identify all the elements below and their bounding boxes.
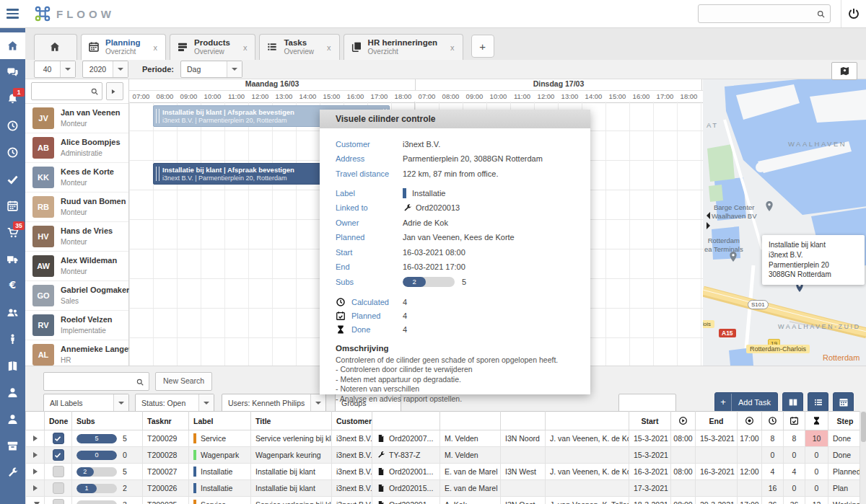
tab-close-button[interactable]: x — [325, 42, 333, 53]
view-list-button[interactable] — [808, 392, 828, 412]
sidebar-item-home[interactable] — [0, 32, 25, 59]
linked-doc-cell[interactable]: TY-837-Z — [372, 447, 440, 464]
row-expander[interactable] — [26, 480, 45, 497]
column-header-blank[interactable] — [440, 412, 501, 430]
column-header-clock[interactable] — [762, 412, 784, 430]
sidebar-item-contacts[interactable] — [0, 406, 25, 433]
row-expander[interactable] — [26, 497, 45, 504]
sidebar-item-settings[interactable] — [0, 459, 25, 486]
sidebar-item-time-overview[interactable] — [0, 139, 25, 166]
column-header-hourglass[interactable] — [805, 412, 828, 430]
tab-planning[interactable]: PlanningOverzichtx — [81, 34, 166, 60]
column-header-done[interactable]: Done — [45, 412, 72, 430]
column-header-start[interactable]: Start — [629, 412, 671, 430]
employee-row-roelof-velzen[interactable]: RVRoelof VelzenImplementatie — [25, 311, 128, 340]
task-row-T200026[interactable]: 12T200026InstallatieInstallatie bij klan… — [26, 480, 862, 497]
column-header-play-circle[interactable] — [671, 412, 696, 430]
table-scrollbar[interactable] — [860, 411, 866, 504]
row-expander[interactable] — [26, 447, 45, 464]
new-search-button[interactable]: New Search — [155, 372, 212, 391]
week-select[interactable]: 40 — [34, 61, 76, 78]
labels-filter-select[interactable]: All Labels — [43, 394, 129, 412]
done-checkbox[interactable] — [53, 449, 64, 461]
column-header-tasknr[interactable]: Tasknr — [143, 412, 189, 430]
done-checkbox[interactable] — [53, 466, 64, 477]
column-header-title[interactable]: Title — [251, 412, 332, 430]
sidebar-item-customers[interactable] — [0, 379, 25, 406]
tab-hr-herinneringen[interactable]: HR herinneringenOverzichtx — [344, 34, 463, 60]
sidebar-item-fleet[interactable] — [0, 246, 25, 273]
linked-doc-cell[interactable]: Ord202015... — [372, 480, 440, 497]
task-search-input[interactable] — [44, 377, 136, 386]
row-expander[interactable] — [26, 464, 45, 480]
sidebar-item-time-registration[interactable] — [0, 112, 25, 139]
done-checkbox[interactable] — [53, 482, 64, 494]
linked-doc-cell[interactable]: Ord202091... — [372, 497, 440, 504]
sidebar-item-teams[interactable] — [0, 299, 25, 326]
status-filter-select[interactable]: Status: Open — [135, 394, 214, 412]
map-pin-terminals[interactable] — [727, 251, 738, 262]
sidebar-item-catalog[interactable] — [0, 353, 25, 379]
map-collapse-handles[interactable] — [703, 212, 714, 229]
employee-row-ruud-van-bomen[interactable]: RBRuud van BomenMonteur — [25, 193, 128, 222]
sidebar-item-orders[interactable]: 35 — [0, 219, 25, 246]
employee-row-alex-wildeman[interactable]: AWAlex WildemanMonteur — [25, 252, 128, 281]
toggle-map-button[interactable] — [831, 62, 857, 80]
period-select[interactable]: Dag — [180, 61, 242, 78]
task-row-T200029[interactable]: 55T200029ServiceService verlening bij kl… — [26, 430, 862, 447]
users-filter-select[interactable]: Users: Kenneth Philips — [222, 394, 326, 412]
sidebar-item-finance[interactable]: € — [0, 273, 25, 299]
employee-row-jan-van-veenen[interactable]: JVJan van VeenenMonteur — [25, 104, 128, 133]
sidebar-item-messages[interactable] — [0, 59, 25, 86]
column-header-blank[interactable] — [26, 412, 45, 430]
sidebar-item-hr[interactable] — [0, 326, 25, 353]
column-header-end[interactable]: End — [696, 412, 738, 430]
done-checkbox-cell[interactable] — [45, 497, 72, 504]
row-expander[interactable] — [26, 430, 45, 447]
view-columns-button[interactable] — [782, 392, 803, 412]
employee-row-hans-de-vries[interactable]: HVHans de VriesMonteur — [25, 222, 128, 252]
employee-search-input[interactable] — [32, 87, 90, 96]
task-row-T200028[interactable]: 00T200028WagenparkWagenpark keuringi3nex… — [26, 447, 862, 464]
linked-doc-cell[interactable]: Ord202001... — [372, 464, 440, 480]
sidebar-item-planning[interactable] — [0, 193, 25, 219]
done-checkbox[interactable] — [53, 433, 64, 444]
map[interactable]: WAALHAVEN WAALHAVEN-ZUID AT Barge Center… — [703, 79, 866, 366]
tab-close-button[interactable]: x — [242, 42, 249, 53]
done-checkbox-cell[interactable] — [45, 480, 72, 497]
column-header-step[interactable]: Step — [828, 412, 862, 430]
done-checkbox-cell[interactable] — [45, 447, 72, 464]
hamburger-menu-icon[interactable] — [0, 0, 25, 27]
tab-home[interactable] — [34, 34, 77, 60]
global-search-input[interactable] — [699, 9, 816, 18]
sidebar-item-notifications[interactable]: 1 — [0, 86, 25, 112]
employee-row-gabriel-oogmakers[interactable]: GOGabriel OogmakersSales — [25, 281, 128, 311]
tab-close-button[interactable]: x — [152, 42, 159, 53]
column-header-customer[interactable]: Customer — [332, 412, 372, 430]
column-header-label[interactable]: Label — [189, 412, 251, 430]
done-checkbox-cell[interactable] — [45, 464, 72, 480]
add-tab-button[interactable]: + — [471, 35, 494, 58]
column-header-record-circle[interactable] — [738, 412, 762, 430]
logout-power-button[interactable] — [841, 0, 866, 27]
employee-row-alice-boompjes[interactable]: ABAlice BoompjesAdministratie — [25, 133, 128, 163]
filter-input[interactable] — [618, 394, 676, 412]
tab-close-button[interactable]: x — [449, 42, 456, 53]
add-task-button[interactable]: +Add Task — [714, 392, 778, 412]
tab-products[interactable]: ProductsOverviewx — [170, 34, 255, 60]
column-header-blank[interactable] — [501, 412, 546, 430]
view-calendar-button[interactable] — [833, 392, 854, 412]
linked-doc-cell[interactable]: Ord202007... — [372, 430, 440, 447]
done-checkbox-cell[interactable] — [45, 430, 72, 447]
task-row-T200027[interactable]: 25T200027InstallatieInstallatie bij klan… — [26, 464, 862, 480]
column-header-cal-check[interactable] — [784, 412, 805, 430]
done-checkbox[interactable] — [53, 499, 64, 504]
task-row-T200025[interactable]: 3T200025ServiceService verlening bij kla… — [26, 497, 862, 504]
column-header-blank[interactable] — [546, 412, 629, 430]
column-header-subs[interactable]: Subs — [72, 412, 143, 430]
column-header-blank[interactable] — [372, 412, 440, 430]
employee-row-kees-de-korte[interactable]: KKKees de KorteMonteur — [25, 163, 128, 193]
tab-tasks[interactable]: TasksOverviewx — [259, 34, 339, 60]
map-pin-barge[interactable] — [764, 200, 774, 211]
sidebar-item-approvals[interactable] — [0, 166, 25, 193]
